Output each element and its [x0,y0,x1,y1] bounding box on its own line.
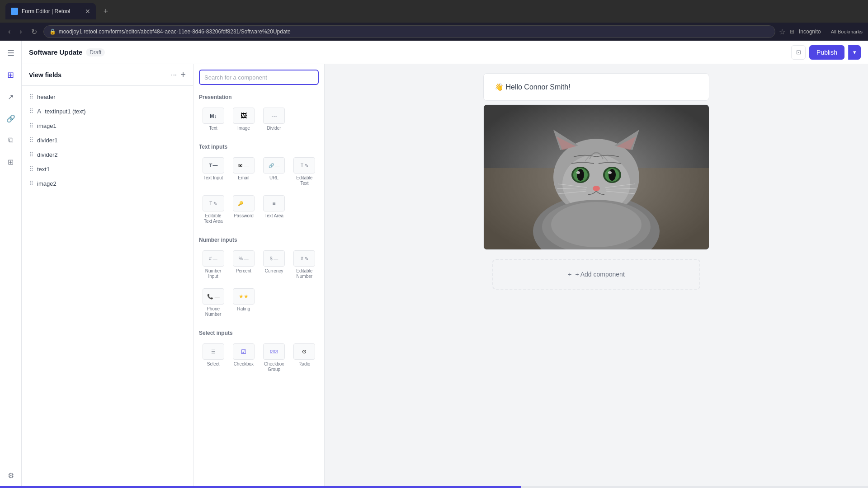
drag-handle-header[interactable]: ⠿ [29,93,33,100]
text-inputs-grid: T — Text Input ✉ — Email 🔗 — [199,154,319,228]
delete-divider2-icon[interactable]: 🗑 [180,151,186,158]
number-input-component-icon: # — [203,250,224,267]
component-editable-text[interactable]: T ✎ Editable Text [290,154,319,190]
search-input[interactable] [199,70,319,85]
back-button[interactable]: ‹ [5,26,13,38]
delete-header-icon[interactable]: 🗑 [180,94,186,100]
publish-dropdown-button[interactable]: ▾ [848,45,861,60]
component-select[interactable]: ☰ Select [199,340,227,376]
component-number-input[interactable]: # — Number Input [199,247,227,283]
forward-button[interactable]: › [17,26,24,38]
share-icon[interactable]: ↗ [4,89,18,104]
select-icon: ☰ [211,349,216,355]
checkbox-component-label: Checkbox [234,361,254,367]
phone-icon: 📞 — [207,294,220,300]
text-area-component-label: Text Area [264,213,283,219]
component-currency[interactable]: $ — Currency [260,247,288,283]
search-box [199,70,319,85]
grid-icon[interactable]: ⊞ [4,155,18,169]
drag-handle-text1[interactable]: ⠿ [29,165,33,173]
component-text-area[interactable]: ≡ Text Area [260,192,288,228]
radio-component-icon: ⊙ [293,343,315,360]
delete-image2-icon[interactable]: 🗑 [180,180,186,187]
select-inputs-title: Select inputs [199,326,319,340]
drag-handle-divider1[interactable]: ⠿ [29,136,33,144]
component-image[interactable]: Image [229,104,258,135]
text-component-label: Text [209,126,217,131]
component-phone-number[interactable]: 📞 — Phone Number [199,285,227,321]
panel-header: View fields ··· + [22,64,193,86]
tab-close-button[interactable]: ✕ [85,8,90,15]
editable-text-component-label: Editable Text [292,175,317,186]
component-rating[interactable]: ★★ Rating [229,285,258,321]
component-percent[interactable]: % — Percent [229,247,258,283]
new-tab-button[interactable]: + [99,5,112,18]
component-checkbox[interactable]: ☑ Checkbox [229,340,258,376]
component-editable-text-area[interactable]: T ✎ Editable Text Area [199,192,227,228]
component-editable-number[interactable]: # ✎ Editable Number [290,247,319,283]
field-item-header[interactable]: ⠿ header 🗑 [22,89,193,104]
component-text[interactable]: Text [199,104,227,135]
text-area-icon: ≡ [273,200,276,206]
panel-more-button[interactable]: ··· [171,71,177,79]
number-input-icon: # — [209,256,217,261]
drag-handle-divider2[interactable]: ⠿ [29,151,33,158]
component-password[interactable]: 🔑 — Password [229,192,258,228]
email-component-label: Email [238,175,249,181]
publish-button[interactable]: Publish [809,45,844,60]
field-item-image2[interactable]: ⠿ image2 🗑 [22,176,193,191]
delete-image1-icon[interactable]: 🗑 [180,122,186,129]
app-container: ☰ ⊞ ↗ 🔗 ⧉ ⊞ ⚙ Software Update Draft ⊡ Pu… [0,41,868,488]
drag-handle-image2[interactable]: ⠿ [29,180,33,187]
tab-favicon [11,8,18,15]
add-component-button[interactable]: + + Add component [492,259,700,290]
image-component-label: Image [237,126,250,131]
address-bar[interactable]: 🔒 moodjoy1.retool.com/forms/editor/abcbf… [43,25,775,38]
divider-icon: - - - [272,113,277,118]
percent-component-label: Percent [236,268,251,274]
svg-point-17 [593,186,600,191]
field-list: ⠿ header 🗑 ⠿ A textInput1 (text) 👁 🗑 [22,86,193,488]
component-radio[interactable]: ⊙ Radio [290,340,319,376]
component-email[interactable]: ✉ — Email [229,154,258,190]
delete-textinput1-icon[interactable]: 🗑 [180,108,186,115]
active-tab[interactable]: Form Editor | Retool ✕ [5,3,96,19]
component-text-input[interactable]: T — Text Input [199,154,227,190]
field-item-textinput1[interactable]: ⠿ A textInput1 (text) 👁 🗑 [22,104,193,118]
bookmark-icon[interactable]: ☆ [779,28,785,36]
window-controls-icon[interactable]: ⊞ [790,28,794,35]
form-preview-panel: 👋 Hello Connor Smith! [325,64,868,488]
left-panel: View fields ··· + ⠿ header 🗑 [22,64,193,488]
field-item-divider2[interactable]: ⠿ divider2 🗑 [22,147,193,162]
reload-button[interactable]: ↻ [28,26,40,38]
select-inputs-section: Select inputs ☰ Select ☑ Checkbox [193,326,324,381]
delete-divider1-icon[interactable]: 🗑 [180,137,186,144]
preview-icon-button[interactable]: ⊡ [791,45,806,60]
percent-icon: % — [239,256,249,261]
component-divider[interactable]: - - - Divider [260,104,288,135]
drag-handle-image1[interactable]: ⠿ [29,122,33,129]
layers-icon[interactable]: ⧉ [4,133,18,147]
editable-number-icon: # ✎ [301,256,308,261]
menu-icon[interactable]: ☰ [4,46,18,61]
editable-text-area-label: Editable Text Area [201,213,226,224]
form-greeting: 👋 Hello Connor Smith! [495,83,571,91]
scroll-thumb[interactable] [0,486,521,488]
fields-icon[interactable]: ⊞ [4,68,18,82]
drag-handle-textinput1[interactable]: ⠿ [29,108,33,115]
settings-icon[interactable]: ⚙ [4,468,18,483]
field-item-divider1[interactable]: ⠿ divider1 🗑 [22,133,193,147]
radio-component-label: Radio [298,361,310,367]
hide-textinput1-icon[interactable]: 👁 [171,108,177,115]
component-checkbox-group[interactable]: ☑☑ Checkbox Group [260,340,288,376]
presentation-grid: Text Image - - - Divider [199,104,319,135]
panel-add-button[interactable]: + [180,70,186,80]
field-item-image1[interactable]: ⠿ image1 🗑 [22,118,193,133]
cat-image-container [484,105,709,249]
field-item-text1[interactable]: ⠿ text1 🗑 [22,162,193,176]
presentation-title: Presentation [199,90,319,104]
delete-text1-icon[interactable]: 🗑 [180,166,186,173]
editable-text-area-icon: T ✎ [209,201,217,206]
link-icon[interactable]: 🔗 [4,111,18,126]
component-url[interactable]: 🔗 — URL [260,154,288,190]
